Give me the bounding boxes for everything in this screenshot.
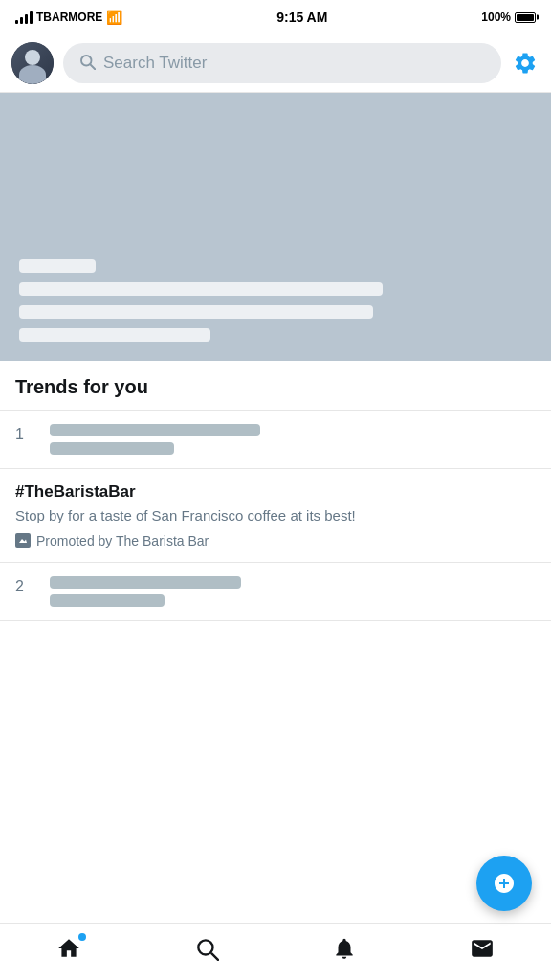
home-icon bbox=[56, 936, 81, 968]
nav-home[interactable] bbox=[40, 924, 98, 981]
trend-rank-1: 1 bbox=[15, 424, 34, 443]
promoted-by-text: Promoted by The Barista Bar bbox=[36, 533, 209, 548]
main-content: Trends for you 1 #TheBaristaBar Stop by … bbox=[0, 93, 551, 688]
trend-count-placeholder-1 bbox=[50, 442, 174, 455]
search-placeholder: Search Twitter bbox=[103, 54, 207, 73]
nav-notifications[interactable] bbox=[316, 924, 373, 981]
svg-line-1 bbox=[91, 65, 96, 70]
trend-name-placeholder-2 bbox=[50, 576, 241, 589]
promoted-trend[interactable]: #TheBaristaBar Stop by for a taste of Sa… bbox=[0, 469, 551, 563]
status-right: 100% bbox=[481, 11, 536, 24]
status-left: TBARMORE 📶 bbox=[15, 10, 122, 25]
battery-icon bbox=[515, 12, 536, 23]
trend-count-placeholder-2 bbox=[50, 594, 165, 607]
bottom-nav bbox=[0, 923, 551, 980]
settings-button[interactable] bbox=[511, 49, 540, 78]
notifications-icon bbox=[332, 936, 357, 968]
promoted-icon bbox=[15, 533, 31, 548]
trends-title: Trends for you bbox=[15, 376, 536, 398]
banner-line-3 bbox=[19, 305, 373, 319]
trend-item-1[interactable]: 1 bbox=[0, 411, 551, 469]
compose-tweet-button[interactable] bbox=[476, 856, 532, 911]
search-bar[interactable]: Search Twitter bbox=[63, 43, 501, 83]
trend-content-2 bbox=[50, 576, 536, 607]
promoted-hashtag: #TheBaristaBar bbox=[15, 482, 536, 501]
svg-point-0 bbox=[81, 56, 92, 66]
banner-line-4 bbox=[19, 328, 210, 342]
promoted-label: Promoted by The Barista Bar bbox=[15, 533, 536, 548]
svg-point-2 bbox=[198, 940, 212, 954]
messages-icon bbox=[470, 936, 495, 968]
trend-name-placeholder-1 bbox=[50, 424, 260, 436]
home-notification-dot bbox=[78, 933, 86, 941]
banner-line-2 bbox=[19, 282, 383, 296]
trends-header: Trends for you bbox=[0, 361, 551, 411]
promoted-description: Stop by for a taste of San Francisco cof… bbox=[15, 505, 536, 525]
trend-item-2[interactable]: 2 bbox=[0, 563, 551, 621]
svg-line-3 bbox=[211, 953, 218, 960]
signal-icon bbox=[15, 11, 33, 24]
search-nav-icon bbox=[194, 936, 219, 968]
nav-messages[interactable] bbox=[453, 924, 511, 981]
header: Search Twitter bbox=[0, 34, 551, 93]
banner-line-1 bbox=[19, 259, 96, 273]
trend-content-1 bbox=[50, 424, 536, 455]
wifi-icon: 📶 bbox=[106, 10, 122, 25]
status-bar: TBARMORE 📶 9:15 AM 100% bbox=[0, 0, 551, 34]
carrier-name: TBARMORE bbox=[36, 11, 102, 24]
nav-search[interactable] bbox=[178, 924, 235, 981]
search-icon bbox=[78, 53, 96, 74]
compose-icon bbox=[493, 872, 516, 895]
banner-area bbox=[0, 93, 551, 361]
avatar[interactable] bbox=[11, 42, 54, 84]
status-time: 9:15 AM bbox=[276, 10, 327, 25]
battery-percent: 100% bbox=[481, 11, 511, 24]
trend-rank-2: 2 bbox=[15, 576, 34, 595]
